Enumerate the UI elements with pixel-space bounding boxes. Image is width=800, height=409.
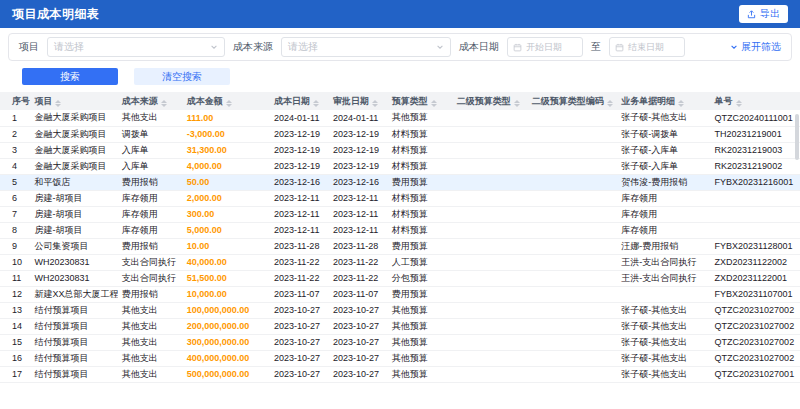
cell-index: 11	[0, 270, 30, 286]
cell-cost_date: 2023-12-11	[270, 222, 329, 238]
column-header-sub_type[interactable]: 二级预算类型	[453, 92, 528, 110]
table-row[interactable]: 16结付预算项目其他支出400,000,000.002023-10-272023…	[0, 350, 800, 366]
cell-detail: 张子硕-其他支出	[617, 334, 710, 350]
table-row[interactable]: 9公司集资项目费用报销10.002023-11-282023-11-28费用预算…	[0, 238, 800, 254]
column-header-cost_date[interactable]: 成本日期	[270, 92, 329, 110]
sort-icon[interactable]	[313, 100, 319, 107]
sort-icon[interactable]	[736, 100, 742, 107]
cell-budget_type: 材料预算	[388, 126, 453, 142]
column-header-sub_code[interactable]: 二级预算类型编码	[528, 92, 617, 110]
sort-icon[interactable]	[607, 100, 613, 107]
cell-sub_type	[453, 206, 528, 222]
cell-sub_type	[453, 238, 528, 254]
sort-icon[interactable]	[161, 100, 167, 107]
table-row[interactable]: 14结付预算项目其他支出200,000,000.002023-10-272023…	[0, 318, 800, 334]
table-row[interactable]: 7房建-胡项目库存领用300.002023-12-112023-12-11材料预…	[0, 206, 800, 222]
cell-cost_date: 2024-01-11	[270, 110, 329, 126]
cell-approve_date: 2023-11-28	[329, 238, 388, 254]
cell-cost_date: 2023-12-19	[270, 158, 329, 174]
cell-budget_type: 其他预算	[388, 366, 453, 382]
filter-bar: 项目 请选择 成本来源 请选择 成本日期 开始日期 至 结束日期	[8, 33, 792, 61]
source-select[interactable]: 请选择	[281, 37, 451, 57]
cell-source: 调拨单	[118, 126, 183, 142]
column-header-label: 预算类型	[392, 96, 428, 106]
export-button[interactable]: 导出	[739, 5, 788, 23]
sort-icon[interactable]	[372, 100, 378, 107]
column-header-approve_date[interactable]: 审批日期	[329, 92, 388, 110]
cell-budget_type: 其他预算	[388, 334, 453, 350]
cost-table-container: 序号项目成本来源成本金额成本日期审批日期预算类型二级预算类型二级预算类型编码业务…	[0, 92, 800, 383]
date-end-input[interactable]: 结束日期	[609, 37, 685, 57]
cell-project: 公司集资项目	[30, 238, 117, 254]
cell-source: 费用报销	[118, 174, 183, 190]
source-filter-label: 成本来源	[233, 40, 273, 54]
cell-index: 9	[0, 238, 30, 254]
cell-approve_date: 2023-10-27	[329, 318, 388, 334]
cell-doc_no: TH20231219001	[711, 126, 800, 142]
cell-source: 其他支出	[118, 350, 183, 366]
column-header-label: 成本来源	[122, 96, 158, 106]
cell-project: WH20230831	[30, 254, 117, 270]
sort-icon[interactable]	[226, 100, 232, 107]
column-header-source[interactable]: 成本来源	[118, 92, 183, 110]
cell-amount: 200,000,000.00	[183, 318, 270, 334]
cell-amount: 10,000.00	[183, 286, 270, 302]
cell-detail: 张子硕-调拨单	[617, 126, 710, 142]
table-row[interactable]: 2金融大厦采购项目调拨单-3,000.002023-12-192023-12-1…	[0, 126, 800, 142]
cell-index: 6	[0, 190, 30, 206]
sort-icon[interactable]	[431, 100, 437, 107]
table-row[interactable]: 12新建XX总部大厦工程二期费用报销10,000.002023-11-07202…	[0, 286, 800, 302]
column-header-budget_type[interactable]: 预算类型	[388, 92, 453, 110]
table-row[interactable]: 17结付预算项目其他支出500,000,000.002023-10-272023…	[0, 366, 800, 382]
cell-amount: 4,000.00	[183, 158, 270, 174]
table-row[interactable]: 1金融大厦采购项目其他支出111.002024-01-112024-01-11其…	[0, 110, 800, 126]
cell-approve_date: 2023-12-11	[329, 190, 388, 206]
cell-index: 13	[0, 302, 30, 318]
date-filter-label: 成本日期	[459, 40, 499, 54]
column-header-detail[interactable]: 业务单据明细	[617, 92, 710, 110]
table-row[interactable]: 11WH20230831支出合同执行51,500.002023-11-22202…	[0, 270, 800, 286]
cell-index: 7	[0, 206, 30, 222]
table-row[interactable]: 6房建-胡项目库存领用2,000.002023-12-112023-12-11材…	[0, 190, 800, 206]
sort-icon[interactable]	[55, 100, 61, 107]
cell-sub_type	[453, 174, 528, 190]
cell-cost_date: 2023-10-27	[270, 366, 329, 382]
column-header-label: 成本金额	[187, 96, 223, 106]
vertical-scrollbar-thumb[interactable]	[795, 114, 799, 160]
cell-detail: 张子硕-入库单	[617, 158, 710, 174]
expand-filter-link[interactable]: 展开筛选	[730, 40, 781, 54]
table-row[interactable]: 4金融大厦采购项目入库单4,000.002023-12-192023-12-19…	[0, 158, 800, 174]
cell-approve_date: 2023-10-27	[329, 302, 388, 318]
column-header-doc_no[interactable]: 单号	[711, 92, 800, 110]
project-select[interactable]: 请选择	[47, 37, 225, 57]
table-row[interactable]: 15结付预算项目其他支出300,000,000.002023-10-272023…	[0, 334, 800, 350]
date-start-input[interactable]: 开始日期	[507, 37, 583, 57]
cell-sub_code	[528, 126, 617, 142]
cell-source: 库存领用	[118, 206, 183, 222]
cell-index: 14	[0, 318, 30, 334]
cell-detail: 张子硕-其他支出	[617, 110, 710, 126]
cell-detail: 贺伟浚-费用报销	[617, 174, 710, 190]
column-header-project[interactable]: 项目	[30, 92, 117, 110]
cell-approve_date: 2024-01-11	[329, 110, 388, 126]
cell-budget_type: 材料预算	[388, 190, 453, 206]
search-button[interactable]: 搜索	[22, 68, 118, 85]
clear-search-button[interactable]: 清空搜索	[134, 68, 230, 85]
cell-budget_type: 其他预算	[388, 350, 453, 366]
cell-sub_code	[528, 270, 617, 286]
table-row[interactable]: 13结付预算项目其他支出100,000,000.002023-10-272023…	[0, 302, 800, 318]
sort-icon[interactable]	[514, 100, 520, 107]
cell-sub_code	[528, 110, 617, 126]
cell-sub_code	[528, 286, 617, 302]
table-row[interactable]: 5和平饭店费用报销50.002023-12-162023-12-16费用预算贺伟…	[0, 174, 800, 190]
table-row[interactable]: 10WH20230831支出合同执行40,000.002023-11-22202…	[0, 254, 800, 270]
cell-approve_date: 2023-12-19	[329, 158, 388, 174]
table-row[interactable]: 8房建-胡项目库存领用5,000.002023-12-112023-12-11材…	[0, 222, 800, 238]
sort-icon[interactable]	[678, 100, 684, 107]
column-header-amount[interactable]: 成本金额	[183, 92, 270, 110]
cell-project: 房建-胡项目	[30, 190, 117, 206]
cell-cost_date: 2023-12-16	[270, 174, 329, 190]
table-row[interactable]: 3金融大厦采购项目入库单31,300.002023-12-192023-12-1…	[0, 142, 800, 158]
project-filter-label: 项目	[19, 40, 39, 54]
cell-cost_date: 2023-10-27	[270, 302, 329, 318]
